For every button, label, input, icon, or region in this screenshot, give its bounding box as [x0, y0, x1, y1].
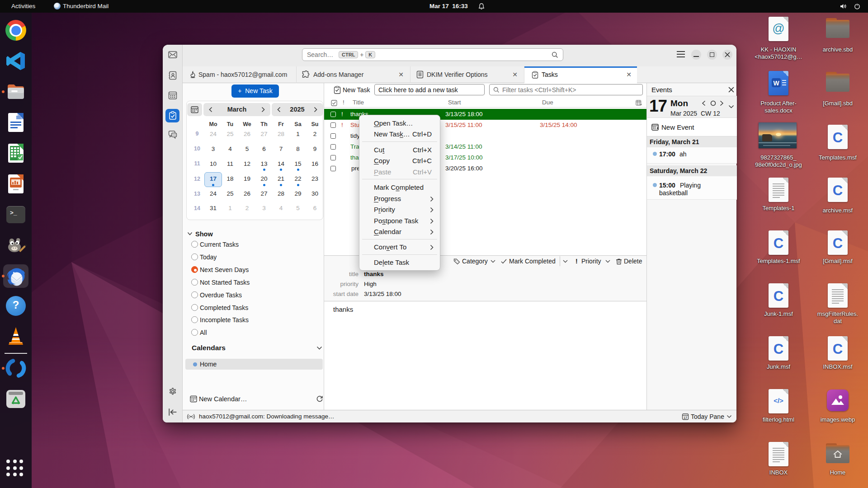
svg-text:17: 17	[684, 416, 687, 419]
